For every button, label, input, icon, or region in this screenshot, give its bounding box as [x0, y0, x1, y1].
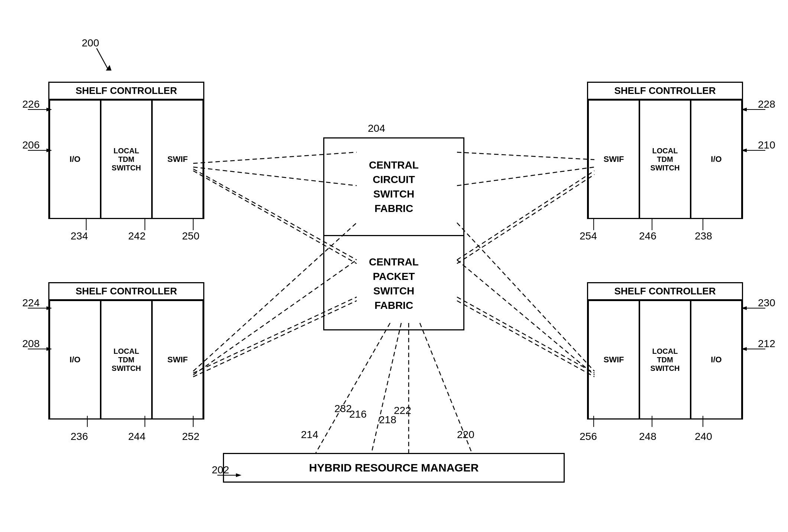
arrow-224 [28, 303, 54, 314]
local-tdm-cell-bl: LOCALTDMSWITCH [101, 300, 152, 419]
label-222: 222 [394, 405, 411, 417]
label-220: 220 [457, 429, 474, 441]
hrm-label: HYBRID RESOURCE MANAGER [309, 461, 479, 474]
arrow-208 [28, 343, 54, 355]
svg-line-15 [457, 301, 594, 377]
svg-marker-41 [46, 347, 52, 351]
label-240: 240 [695, 431, 712, 443]
svg-line-10 [457, 171, 594, 260]
local-tdm-cell-tl: LOCALTDMSWITCH [101, 100, 152, 219]
arrow-230 [741, 303, 767, 314]
label-254: 254 [580, 230, 597, 242]
swif-cell-tl: SWIF [152, 100, 203, 219]
io-cell-tr: I/O [691, 100, 742, 219]
label-242: 242 [128, 230, 146, 242]
shelf-controller-bottom-left: SHELF CONTROLLER I/O LOCALTDMSWITCH SWIF [48, 282, 204, 420]
svg-marker-49 [741, 347, 747, 351]
shelf-top-right-inner: SWIF LOCALTDMSWITCH I/O [588, 100, 742, 219]
swif-cell-tr: SWIF [588, 100, 639, 219]
svg-marker-51 [236, 473, 241, 477]
shelf-bottom-right-inner: SWIF LOCALTDMSWITCH I/O [588, 300, 742, 419]
io-cell-tl: I/O [49, 100, 101, 219]
shelf-controller-bottom-right-title: SHELF CONTROLLER [588, 283, 742, 300]
arrow-200 [78, 45, 115, 74]
svg-marker-35 [46, 108, 52, 111]
shelf-controller-top-left: SHELF CONTROLLER I/O LOCALTDMSWITCH SWIF [48, 82, 204, 219]
label-252: 252 [182, 431, 200, 443]
svg-line-13 [457, 260, 594, 375]
svg-line-17 [372, 323, 401, 453]
shelf-controller-bottom-right: SHELF CONTROLLER SWIF LOCALTDMSWITCH I/O [587, 282, 743, 420]
label-216: 216 [349, 408, 367, 420]
svg-line-11 [457, 174, 594, 264]
arrow-226 [28, 104, 54, 115]
shelf-top-left-inner: I/O LOCALTDMSWITCH SWIF [49, 100, 203, 219]
diagram: SHELF CONTROLLER I/O LOCALTDMSWITCH SWIF… [0, 0, 788, 532]
arrow-228 [741, 104, 767, 115]
label-246: 246 [639, 230, 656, 242]
svg-marker-47 [741, 306, 747, 310]
label-234: 234 [71, 230, 88, 242]
swif-cell-br: SWIF [588, 300, 639, 419]
label-214: 214 [301, 429, 318, 441]
svg-line-32 [97, 48, 108, 69]
svg-line-12 [457, 223, 594, 371]
central-packet-label: CENTRALPACKETSWITCHFABRIC [324, 236, 463, 331]
shelf-controller-top-right: SHELF CONTROLLER SWIF LOCALTDMSWITCH I/O [587, 82, 743, 219]
label-232: 232 [334, 403, 352, 415]
svg-line-9 [457, 167, 594, 186]
svg-marker-37 [46, 148, 52, 152]
arrow-212 [741, 343, 767, 355]
central-switch-box: CENTRALCIRCUITSWITCHFABRIC CENTRALPACKET… [323, 137, 464, 330]
svg-marker-43 [741, 108, 747, 111]
label-238: 238 [695, 230, 712, 242]
svg-marker-45 [741, 148, 747, 152]
svg-line-16 [316, 323, 390, 453]
label-244: 244 [128, 431, 146, 443]
shelf-controller-top-left-title: SHELF CONTROLLER [49, 83, 203, 100]
io-cell-bl: I/O [49, 300, 101, 419]
label-250: 250 [182, 230, 200, 242]
hybrid-resource-manager: HYBRID RESOURCE MANAGER [223, 453, 565, 483]
svg-line-8 [457, 152, 594, 160]
label-236: 236 [71, 431, 88, 443]
io-cell-br: I/O [691, 300, 742, 419]
arrow-202 [217, 470, 243, 481]
arrow-210 [741, 145, 767, 156]
label-204: 204 [368, 123, 385, 134]
svg-line-14 [457, 297, 594, 373]
swif-cell-bl: SWIF [152, 300, 203, 419]
central-circuit-label: CENTRALCIRCUITSWITCHFABRIC [324, 138, 463, 235]
local-tdm-cell-br: LOCALTDMSWITCH [639, 300, 691, 419]
shelf-bottom-left-inner: I/O LOCALTDMSWITCH SWIF [49, 300, 203, 419]
local-tdm-cell-tr: LOCALTDMSWITCH [639, 100, 691, 219]
shelf-controller-bottom-left-title: SHELF CONTROLLER [49, 283, 203, 300]
arrow-206 [28, 145, 54, 156]
label-256: 256 [580, 431, 597, 443]
svg-marker-39 [46, 306, 52, 310]
shelf-controller-top-right-title: SHELF CONTROLLER [588, 83, 742, 100]
label-248: 248 [639, 431, 656, 443]
